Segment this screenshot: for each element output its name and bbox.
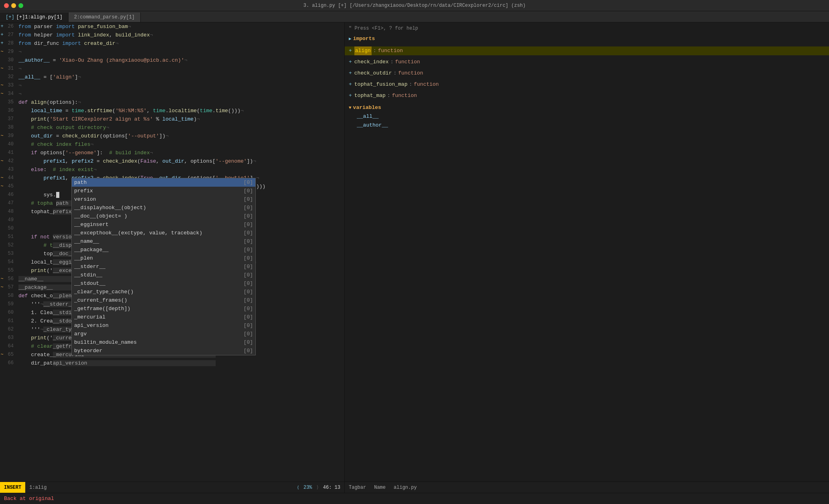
line-sign-26: + bbox=[0, 22, 4, 31]
tagbar-item-check-index[interactable]: + check_index : function bbox=[345, 58, 829, 67]
code-line-35: 35 def align(options):¬ bbox=[0, 98, 344, 107]
autocomplete-dropdown[interactable]: path [0] prefix [0] version [0] __displa… bbox=[71, 178, 256, 355]
tagbar-item-align[interactable]: + align : function bbox=[345, 46, 829, 55]
check-index-plus-icon: + bbox=[349, 58, 352, 67]
bottom-message-bar: Back at original bbox=[0, 493, 829, 504]
tagbar-item-check-outdir[interactable]: + check_outdir : function bbox=[345, 69, 829, 78]
check-index-colon: : bbox=[390, 58, 394, 67]
mode-indicator: INSERT bbox=[0, 482, 25, 493]
tagbar-item-author[interactable]: __author__ bbox=[353, 121, 829, 130]
code-line-29: ~ 29 ¬ bbox=[0, 48, 344, 56]
code-line-31: ~ 31 ¬ bbox=[0, 65, 344, 73]
status-right: ⟨ 23% ⟩ 46: 13 bbox=[293, 484, 344, 490]
code-area: + 26 from parser import parse_fusion_bam… bbox=[0, 22, 344, 482]
autocomplete-item-mercurial[interactable]: _mercurial [0] bbox=[72, 313, 255, 321]
autocomplete-item-argv[interactable]: argv [0] bbox=[72, 330, 255, 338]
tabs-bar: [+] [+]1:align.py[1] 2:command_parse.py[… bbox=[0, 11, 829, 22]
autocomplete-item-stdin[interactable]: __stdin__ [0] bbox=[72, 271, 255, 279]
code-line-32: 32 __all__ = ['align']¬ bbox=[0, 73, 344, 81]
close-button[interactable] bbox=[4, 3, 9, 8]
code-line-43: 43 else: # index exist¬ bbox=[0, 165, 344, 174]
autocomplete-item-egginsert[interactable]: __egginsert [0] bbox=[72, 220, 255, 229]
status-nav-right: ⟩ bbox=[316, 484, 319, 490]
tagbar-pane: " Press <F1>, ? for help ▶ imports + ali… bbox=[345, 22, 829, 482]
tagbar-item-variables[interactable]: ▼ variables bbox=[345, 103, 829, 112]
tagbar-item-all[interactable]: __all__ bbox=[353, 112, 829, 121]
tophat-map-plus-icon: + bbox=[349, 91, 352, 100]
tagbar-item-imports[interactable]: ▶ imports bbox=[345, 34, 829, 43]
tab-plus-icon: [+] bbox=[6, 14, 14, 20]
tab-2[interactable]: 2:command_parse.py[1] bbox=[69, 12, 141, 22]
variables-arrow-icon: ▼ bbox=[349, 103, 352, 112]
status-position: 46: 13 bbox=[323, 485, 340, 490]
variables-label: variables bbox=[353, 103, 381, 112]
align-label: align bbox=[354, 46, 372, 55]
tab-2-label: 2:command_parse.py[1] bbox=[74, 14, 135, 20]
tophat-fusion-map-plus-icon: + bbox=[349, 80, 352, 89]
autocomplete-item-doc[interactable]: __doc__(object= ) [0] bbox=[72, 212, 255, 220]
code-line-41: 41 if options['--genome']: # build index… bbox=[0, 149, 344, 157]
tagbar-header-text: " Press <F1>, ? for help bbox=[345, 24, 829, 33]
code-line-37: 37 print('Start CIRCexplorer2 align at %… bbox=[0, 115, 344, 123]
traffic-lights bbox=[4, 3, 23, 8]
code-line-30: 30 __author__ = 'Xiao-Ou Zhang (zhangxia… bbox=[0, 56, 344, 65]
minimize-button[interactable] bbox=[11, 3, 16, 8]
code-line-34: ~ 34 ¬ bbox=[0, 90, 344, 98]
code-line-27: + 27 from helper import link_index, buil… bbox=[0, 31, 344, 39]
tophat-map-type: function bbox=[392, 91, 417, 100]
autocomplete-item-package[interactable]: __package__ [0] bbox=[72, 246, 255, 254]
tophat-map-colon: : bbox=[387, 91, 390, 100]
check-outdir-colon: : bbox=[393, 69, 396, 78]
code-line-26: + 26 from parser import parse_fusion_bam… bbox=[0, 22, 344, 31]
autocomplete-item-path[interactable]: path [0] bbox=[72, 178, 255, 187]
code-line-33: ~ 33 ¬ bbox=[0, 81, 344, 90]
code-line-66: 66 dir_patapi_version bbox=[0, 359, 344, 367]
tagbar-content: " Press <F1>, ? for help ▶ imports + ali… bbox=[345, 22, 829, 473]
tagbar-item-tophat-fusion-map[interactable]: + tophat_fusion_map : function bbox=[345, 80, 829, 89]
code-line-40: 40 # check index files¬ bbox=[0, 140, 344, 149]
tab-1[interactable]: [+] [+]1:align.py[1] bbox=[0, 12, 69, 22]
autocomplete-item-current-frames[interactable]: _current_frames() [0] bbox=[72, 296, 255, 304]
status-nav-icon: ⟨ bbox=[297, 485, 299, 490]
imports-arrow-icon: ▶ bbox=[349, 34, 352, 43]
tagbar-item-tophat-map[interactable]: + tophat_map : function bbox=[345, 91, 829, 100]
autocomplete-item-byteorder[interactable]: byteorder [0] bbox=[72, 347, 255, 355]
tab-1-label: [+]1:align.py[1] bbox=[16, 14, 63, 20]
autocomplete-item-version[interactable]: version [0] bbox=[72, 195, 255, 204]
autocomplete-item-api-version[interactable]: api_version [0] bbox=[72, 321, 255, 330]
align-type: function bbox=[378, 46, 403, 55]
status-file: 1:alig bbox=[25, 485, 51, 490]
autocomplete-item-prefix[interactable]: prefix [0] bbox=[72, 187, 255, 195]
autocomplete-item-plen[interactable]: __plen [0] bbox=[72, 254, 255, 262]
autocomplete-item-stdout[interactable]: __stdout__ [0] bbox=[72, 279, 255, 288]
back-message: Back at original bbox=[4, 496, 54, 502]
autocomplete-item-stderr[interactable]: __stderr__ [0] bbox=[72, 262, 255, 271]
align-plus-icon: + bbox=[349, 46, 352, 55]
tophat-fusion-map-type: function bbox=[414, 80, 439, 89]
code-line-42: ~ 42 prefix1, prefix2 = check_index(Fals… bbox=[0, 157, 344, 165]
check-outdir-plus-icon: + bbox=[349, 69, 352, 78]
imports-label: imports bbox=[353, 34, 375, 43]
window-title: 3. align.py [+] [/Users/zhangxiaoou/Desk… bbox=[303, 3, 526, 8]
autocomplete-item-getframe[interactable]: _getframe([depth]) [0] bbox=[72, 304, 255, 313]
status-percent: 23% bbox=[303, 485, 312, 490]
autocomplete-item-name[interactable]: __name__ [0] bbox=[72, 237, 255, 246]
check-index-label: check_index bbox=[354, 58, 389, 67]
editor-pane[interactable]: + 26 from parser import parse_fusion_bam… bbox=[0, 22, 345, 482]
title-bar: 3. align.py [+] [/Users/zhangxiaoou/Desk… bbox=[0, 0, 829, 11]
check-index-type: function bbox=[395, 58, 420, 67]
code-line-36: 36 local_time = time.strftime('%H:%M:%S'… bbox=[0, 107, 344, 115]
author-var-label: __author__ bbox=[357, 121, 388, 130]
maximize-button[interactable] bbox=[18, 3, 23, 8]
check-outdir-label: check_outdir bbox=[354, 69, 392, 78]
autocomplete-item-builtin-module-names[interactable]: builtin_module_names [0] bbox=[72, 338, 255, 347]
autocomplete-item-clear-type-cache[interactable]: _clear_type_cache() [0] bbox=[72, 288, 255, 296]
autocomplete-item-excepthook[interactable]: __excepthook__(exctype, value, traceback… bbox=[72, 229, 255, 237]
code-line-28: + 28 from dir_func import create_dir¬ bbox=[0, 39, 344, 48]
tagbar-status-label: Tagbar bbox=[349, 485, 366, 490]
tophat-fusion-map-label: tophat_fusion_map bbox=[354, 80, 408, 89]
status-bar: INSERT 1:alig ⟨ 23% ⟩ 46: 13 Tagbar Name… bbox=[0, 482, 829, 493]
file-status-label: align.py bbox=[394, 485, 417, 490]
autocomplete-item-displayhook[interactable]: __displayhook__(object) [0] bbox=[72, 204, 255, 212]
code-line-39: ~ 39 out_dir = check_outdir(options['--o… bbox=[0, 132, 344, 140]
